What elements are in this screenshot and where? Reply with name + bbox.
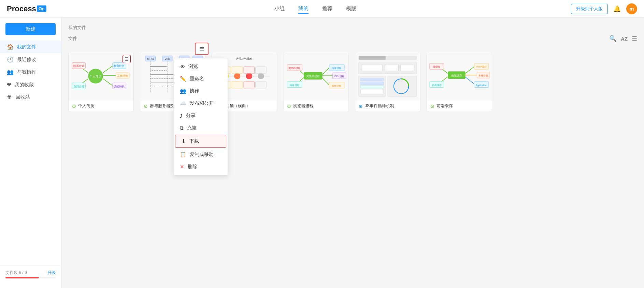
svg-text:GPU进程: GPU进程 [334,75,344,77]
context-menu: 👁 浏览 ✏️ 重命名 👥 协作 ☁️ 发布和公开 ⤴ 分享 [173,58,228,175]
card-footer-0: ⊙ 个人简历 [69,100,133,112]
home-icon: 🏠 [7,44,14,50]
svg-text:DNS: DNS [165,58,170,60]
svg-rect-83 [361,82,384,85]
card-name-0: 个人简历 [78,103,130,109]
file-grid: 个人简历 教育经历 工作经验 技能特长 联系方式 [68,52,637,112]
svg-text:协商缓存: 协商缓存 [432,84,442,86]
new-button[interactable]: 新建 [5,23,56,35]
menu-item-copy-move[interactable]: 📋 复制或移动 [174,148,228,161]
sidebar-footer: 文件数 6 / 9 升级 [0,265,61,283]
logo[interactable]: Process On [7,4,46,13]
header: Process On 小组 我的 推荐 模版 升级到个人版 🔔 m [0,0,644,18]
clone-icon: ⧉ [180,125,184,131]
card-name-2: 时间轴（横向） [221,103,273,109]
menu-item-clone[interactable]: ⧉ 克隆 [174,122,228,134]
sidebar-item-favorites[interactable]: ❤ 我的收藏 [0,78,61,91]
collab-icon: 👥 [7,69,14,75]
nav-teams[interactable]: 小组 [274,4,285,13]
bell-icon[interactable]: 🔔 [613,5,621,13]
svg-rect-50 [256,82,267,88]
trash-icon: 🗑 [7,94,12,100]
section-label: 文件 [68,35,77,42]
file-card-3[interactable]: 浏览器进程 渲染进程 GPU进程 插件进程 浏览器进程 [283,52,349,112]
svg-rect-85 [361,89,384,94]
card-menu-button-0[interactable] [123,55,131,63]
edit-icon: ✏️ [180,76,186,82]
logo-box: On [37,5,46,12]
eye-icon: 👁 [180,64,185,70]
menu-item-delete[interactable]: ✕ 删除 [174,161,228,173]
nav-recommend[interactable]: 推荐 [322,4,332,13]
svg-rect-82 [361,78,384,81]
svg-text:个人简历: 个人简历 [89,75,102,78]
svg-point-45 [246,73,253,80]
upgrade-button[interactable]: 升级到个人版 [571,4,608,14]
cloud-icon: ☁️ [180,100,186,106]
toolbar: 🔍 AZ ☰ [609,35,637,42]
svg-text:Application: Application [475,84,487,87]
sidebar-item-recent[interactable]: 🕐 最近修改 [0,53,61,66]
card-footer-4: ⊕ JS事件循环机制 [355,100,420,112]
svg-rect-75 [359,56,386,60]
svg-text:网络进程: 网络进程 [290,84,299,86]
download-icon: ⬇ [182,138,186,144]
context-menu-trigger[interactable] [195,43,209,55]
svg-rect-49 [244,82,255,88]
type-icon-4: ⊕ [359,103,363,109]
main-nav: 小组 我的 推荐 模版 [60,4,571,14]
card-name-4: JS事件循环机制 [365,103,417,109]
card-thumb-5: 前端缓存 HTTP缓存 本地存储 Application 强缓存 [427,52,492,100]
svg-rect-48 [232,82,243,88]
svg-rect-53 [244,67,255,73]
nav-templates[interactable]: 模版 [346,4,356,13]
type-icon-5: ⊙ [430,103,434,109]
menu-item-download[interactable]: ⬇ 下载 [175,135,226,148]
sidebar-item-collaborate[interactable]: 👥 与我协作 [0,66,61,78]
svg-text:插件进程: 插件进程 [332,85,341,87]
sidebar-item-my-files[interactable]: 🏠 我的文件 [0,41,61,53]
menu-item-collaborate[interactable]: 👥 协作 [174,85,228,97]
svg-rect-84 [361,86,384,88]
type-icon-0: ⊙ [72,103,76,109]
delete-icon: ✕ [180,164,184,170]
svg-point-44 [234,73,241,80]
menu-item-publish[interactable]: ☁️ 发布和公开 [174,97,228,110]
header-right: 升级到个人版 🔔 m [571,3,637,14]
svg-text:自我介绍: 自我介绍 [73,85,84,88]
card-footer-5: ⊙ 前端缓存 [427,100,492,112]
sort-icon[interactable]: AZ [621,36,628,42]
sidebar: 新建 🏠 我的文件 🕐 最近修改 👥 与我协作 ❤ 我的收藏 🗑 回收站 文件数… [0,18,61,288]
file-card-5[interactable]: 审核中 前端缓存 HTTP缓存 本地存储 [427,52,492,112]
storage-progress-fill [5,277,39,278]
menu-item-share[interactable]: ⤴ 分享 [174,110,228,122]
sidebar-upgrade-link[interactable]: 升级 [47,270,56,276]
svg-text:前端缓存: 前端缓存 [451,74,462,77]
menu-item-rename[interactable]: ✏️ 重命名 [174,73,228,85]
svg-rect-54 [256,67,267,73]
sidebar-label-collaborate: 与我协作 [17,69,36,75]
search-icon[interactable]: 🔍 [609,35,617,42]
file-card-4[interactable]: ⊕ JS事件循环机制 [355,52,420,112]
svg-text:渲染进程: 渲染进程 [332,67,341,69]
svg-rect-77 [362,64,382,71]
list-view-icon[interactable]: ☰ [632,35,637,42]
svg-text:浏览器进程: 浏览器进程 [288,67,300,69]
type-icon-1: ⊙ [144,103,148,109]
breadcrumb: 我的文件 [68,25,637,31]
avatar[interactable]: m [626,3,637,14]
svg-text:强缓存: 强缓存 [433,66,440,68]
svg-text:客户端: 客户端 [147,58,154,60]
nav-mine[interactable]: 我的 [298,4,309,14]
svg-text:技能特长: 技能特长 [113,85,125,88]
sidebar-label-favorites: 我的收藏 [15,82,34,88]
heart-icon: ❤ [7,82,11,88]
share-icon: ⤴ [180,113,183,119]
card-name-5: 前端缓存 [437,103,488,109]
sidebar-item-trash[interactable]: 🗑 回收站 [0,91,61,103]
file-count: 文件数 6 / 9 升级 [5,270,56,276]
card-footer-3: ⊙ 浏览器进程 [284,100,348,112]
file-card-0[interactable]: 个人简历 教育经历 工作经验 技能特长 联系方式 [68,52,134,112]
menu-item-browse[interactable]: 👁 浏览 [174,60,228,73]
main-content: 我的文件 文件 🔍 AZ ☰ 个人简历 [61,18,644,288]
